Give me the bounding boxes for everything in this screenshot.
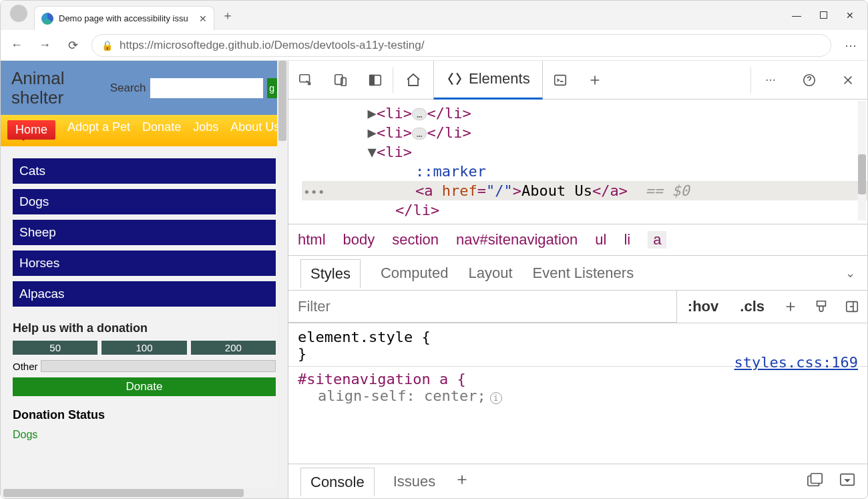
site-navigation: Home Adopt a Pet Donate Jobs About Us (1, 115, 288, 146)
category-link[interactable]: Sheep (13, 220, 276, 245)
new-style-rule-icon[interactable] (775, 299, 806, 314)
new-tab-button[interactable]: ＋ (217, 5, 238, 26)
site-title: Animal shelter (11, 69, 106, 107)
tab-title: Demo page with accessibility issu (59, 13, 194, 23)
inspect-element-icon[interactable] (288, 61, 323, 100)
donate-button[interactable]: Donate (13, 377, 276, 396)
console-shortcut-icon[interactable] (543, 61, 578, 100)
welcome-tab[interactable] (393, 61, 433, 100)
svg-rect-5 (554, 75, 566, 85)
window-close-icon[interactable]: ✕ (846, 10, 854, 21)
back-button[interactable]: ← (7, 36, 26, 55)
url-text: https://microsoftedge.github.io/Demos/de… (120, 39, 424, 52)
dom-breadcrumbs[interactable]: html body section nav#sitenavigation ul … (288, 224, 867, 256)
donation-status-value: Dogs (13, 429, 276, 441)
browser-menu-button[interactable]: ⋯ (841, 38, 861, 53)
issues-drawer-tab[interactable]: Issues (393, 473, 436, 490)
category-link[interactable]: Cats (13, 158, 276, 184)
pane-overflow-icon[interactable]: ⌄ (845, 266, 855, 281)
page-vertical-scrollbar[interactable] (277, 61, 288, 488)
window-maximize-icon[interactable] (820, 10, 827, 21)
category-link[interactable]: Horses (13, 251, 276, 276)
address-bar[interactable]: 🔒 https://microsoftedge.github.io/Demos/… (91, 34, 831, 57)
device-emulation-icon[interactable] (323, 61, 358, 100)
help-icon[interactable] (790, 61, 829, 100)
other-label: Other (13, 361, 38, 372)
toggle-hov-button[interactable]: :hov (677, 298, 729, 315)
styles-tab[interactable]: Styles (300, 259, 361, 288)
close-devtools-icon[interactable] (829, 61, 867, 100)
styles-filter-input[interactable] (288, 291, 677, 323)
svg-rect-4 (370, 75, 374, 85)
donation-amount-button[interactable]: 100 (101, 341, 186, 355)
lock-icon: 🔒 (101, 40, 113, 51)
computed-sidebar-icon[interactable] (837, 299, 867, 314)
nav-about[interactable]: About Us (230, 120, 280, 140)
console-drawer-tab[interactable]: Console (300, 468, 375, 496)
close-tab-icon[interactable]: ✕ (199, 13, 207, 24)
other-amount-input[interactable] (41, 360, 276, 372)
computed-tab[interactable]: Computed (381, 265, 449, 282)
nav-home[interactable]: Home (7, 120, 55, 140)
donation-amount-button[interactable]: 200 (191, 341, 276, 355)
elements-tab[interactable]: Elements (433, 61, 543, 100)
nav-adopt[interactable]: Adopt a Pet (67, 120, 130, 140)
dock-side-icon[interactable] (358, 61, 393, 100)
window-minimize-icon[interactable]: — (792, 10, 801, 21)
drawer-collapse-icon[interactable] (839, 472, 855, 491)
donation-amount-button[interactable]: 50 (13, 341, 97, 355)
category-link[interactable]: Dogs (13, 189, 276, 214)
browser-tab[interactable]: Demo page with accessibility issu ✕ (34, 6, 214, 30)
dom-node-menu-icon[interactable]: ••• (303, 185, 325, 199)
paintbrush-icon[interactable] (806, 299, 837, 314)
category-link[interactable]: Alpacas (13, 281, 276, 307)
donation-header: Help us with a donation (13, 321, 276, 335)
search-label: Search (110, 81, 146, 95)
layout-tab[interactable]: Layout (468, 265, 512, 282)
search-go-button[interactable]: g (267, 78, 277, 98)
reload-button[interactable]: ⟳ (63, 36, 82, 55)
donation-status-header: Donation Status (13, 408, 276, 422)
svg-rect-9 (811, 473, 823, 483)
settings-more-icon[interactable]: ⋯ (751, 61, 790, 100)
drawer-dock-icon[interactable] (807, 472, 823, 491)
toggle-cls-button[interactable]: .cls (729, 298, 775, 315)
dom-tree[interactable]: ▶<li>…</li> ▶<li>…</li> ▼<li> ::marker •… (288, 100, 867, 224)
nav-donate[interactable]: Donate (142, 120, 181, 140)
event-listeners-tab[interactable]: Event Listeners (533, 265, 634, 282)
search-input[interactable] (150, 78, 263, 98)
drawer-add-tab-icon[interactable] (454, 472, 470, 491)
profile-avatar[interactable] (10, 5, 27, 22)
dom-scrollbar[interactable] (858, 101, 866, 220)
edge-favicon (41, 13, 53, 25)
nav-jobs[interactable]: Jobs (193, 120, 218, 140)
elements-tab-label: Elements (469, 70, 530, 88)
forward-button[interactable]: → (35, 36, 54, 55)
more-tabs-button[interactable] (578, 61, 612, 100)
css-rules-panel[interactable]: element.style { } #sitenavigation a { al… (288, 323, 867, 464)
svg-rect-0 (300, 74, 310, 81)
page-horizontal-scrollbar[interactable] (1, 488, 288, 498)
stylesheet-link[interactable]: styles.css:169 (734, 354, 858, 371)
